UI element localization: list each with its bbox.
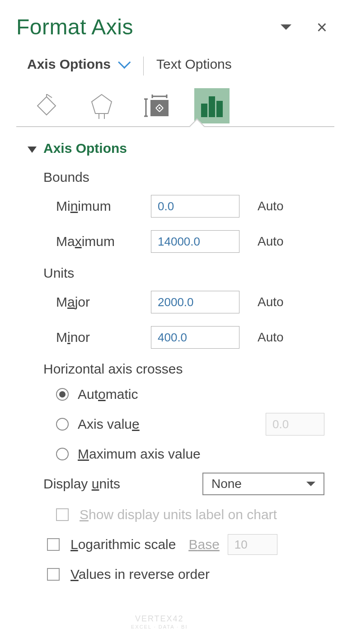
svg-rect-13 [209, 96, 215, 117]
close-icon[interactable]: × [317, 18, 327, 36]
tab-text-options[interactable]: Text Options [156, 57, 232, 72]
display-units-select[interactable]: None [202, 473, 324, 495]
radio-automatic[interactable] [56, 388, 69, 401]
bounds-label: Bounds [16, 170, 334, 185]
watermark: VERTEX42 EXCEL · DATA · BI [131, 614, 188, 630]
svg-point-11 [159, 107, 160, 109]
axis-value-input [266, 413, 324, 436]
divider [16, 126, 334, 127]
fill-line-icon[interactable] [29, 88, 64, 123]
major-auto-button[interactable]: Auto [258, 295, 284, 309]
base-input [228, 534, 277, 555]
tab-axis-options[interactable]: Axis Options [27, 57, 111, 72]
panel-title: Format Axis [16, 14, 133, 39]
svg-marker-1 [92, 95, 112, 114]
size-properties-icon[interactable] [139, 88, 174, 123]
axis-options-icon[interactable] [194, 88, 230, 123]
display-units-label: Display units [43, 476, 120, 492]
values-reverse-order-label: Values in reverse order [70, 567, 210, 582]
major-input[interactable] [151, 291, 239, 313]
collapse-icon [28, 147, 37, 153]
maximum-input[interactable] [151, 230, 239, 253]
effects-icon[interactable] [84, 88, 119, 123]
automatic-label: Automatic [78, 387, 138, 402]
logarithmic-scale-label: Logarithmic scale [70, 537, 176, 552]
minimum-label: Minimum [56, 199, 151, 214]
svg-marker-0 [38, 97, 56, 115]
minor-auto-button[interactable]: Auto [258, 330, 284, 345]
divider [143, 57, 144, 76]
section-axis-options[interactable]: Axis Options [16, 141, 334, 156]
chevron-down-icon [306, 482, 315, 486]
maximum-label: Maximum [56, 234, 151, 249]
max-axis-value-label: Maximum axis value [78, 446, 201, 462]
base-label: Base [188, 537, 219, 552]
show-display-units-label-checkbox [56, 508, 69, 521]
crosses-label: Horizontal axis crosses [16, 361, 334, 377]
maximum-auto-button[interactable]: Auto [258, 234, 284, 249]
chevron-down-icon[interactable] [118, 56, 131, 69]
svg-rect-14 [216, 101, 223, 117]
radio-axis-value[interactable] [56, 418, 69, 431]
logarithmic-scale-checkbox[interactable] [47, 538, 60, 551]
radio-maximum-axis-value[interactable] [56, 448, 69, 460]
axis-value-label: Axis value [78, 417, 140, 432]
minor-input[interactable] [151, 326, 239, 349]
minimum-auto-button[interactable]: Auto [258, 199, 284, 213]
units-label: Units [16, 265, 334, 281]
task-pane-options-icon[interactable] [281, 24, 291, 30]
minimum-input[interactable] [151, 195, 239, 218]
major-label: Major [56, 294, 151, 310]
minor-label: Minor [56, 330, 151, 345]
svg-rect-12 [201, 104, 207, 117]
show-display-units-label: Show display units label on chart [80, 507, 277, 522]
values-reverse-order-checkbox[interactable] [47, 568, 60, 581]
